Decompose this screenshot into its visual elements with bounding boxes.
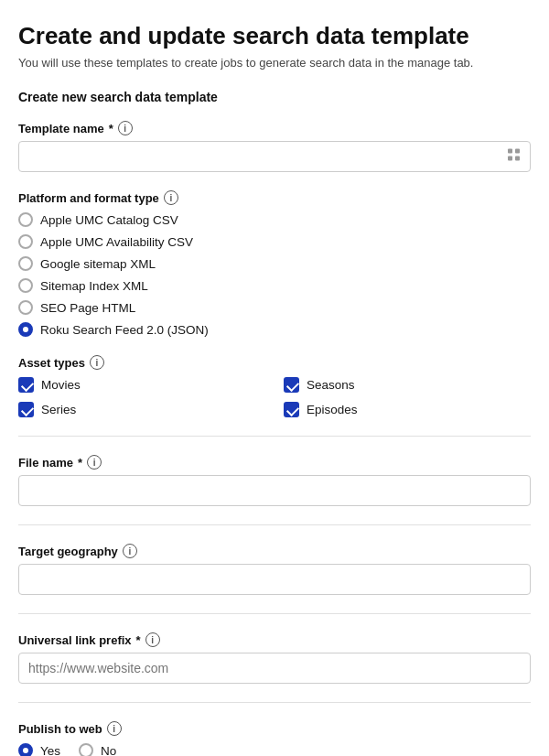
- publish-to-web-label: Publish to web i: [18, 721, 531, 736]
- asset-type-movies-checkbox[interactable]: [18, 377, 34, 393]
- asset-types-label: Asset types i: [18, 355, 531, 370]
- platform-radio-seo-page[interactable]: [18, 300, 33, 315]
- page-subtitle: You will use these templates to create j…: [18, 56, 531, 70]
- platform-option-sitemap-index[interactable]: Sitemap Index XML: [18, 278, 531, 293]
- asset-type-episodes[interactable]: Episodes: [284, 402, 531, 417]
- template-name-grid-icon: [507, 148, 522, 166]
- svg-rect-3: [515, 157, 520, 161]
- platform-option-roku-search[interactable]: Roku Search Feed 2.0 (JSON): [18, 322, 531, 337]
- platform-radio-apple-umc-csv[interactable]: [18, 212, 33, 227]
- platform-field: Platform and format type i Apple UMC Cat…: [18, 190, 531, 337]
- svg-rect-2: [508, 157, 512, 161]
- platform-option-apple-umc-avail[interactable]: Apple UMC Availability CSV: [18, 234, 531, 249]
- asset-type-episodes-checkbox[interactable]: [284, 402, 299, 417]
- universal-link-prefix-input[interactable]: [18, 653, 531, 684]
- universal-link-prefix-info-icon[interactable]: i: [145, 632, 160, 647]
- platform-info-icon[interactable]: i: [164, 190, 178, 205]
- platform-radio-roku-search[interactable]: [18, 322, 33, 337]
- platform-radio-apple-umc-avail[interactable]: [18, 234, 33, 249]
- asset-type-series[interactable]: Series: [18, 402, 265, 417]
- publish-option-yes[interactable]: Yes: [18, 743, 60, 756]
- template-name-field: Template name * i: [18, 121, 531, 172]
- svg-rect-1: [515, 149, 520, 154]
- asset-types-grid: Movies Seasons Series Episodes: [18, 377, 531, 417]
- asset-types-info-icon[interactable]: i: [90, 355, 104, 370]
- file-name-info-icon[interactable]: i: [87, 455, 102, 470]
- platform-radio-sitemap-index[interactable]: [18, 278, 33, 293]
- asset-type-seasons-checkbox[interactable]: [284, 377, 299, 393]
- platform-options: Apple UMC Catalog CSV Apple UMC Availabi…: [18, 212, 531, 337]
- template-name-label: Template name * i: [18, 121, 531, 135]
- platform-radio-google-sitemap[interactable]: [18, 256, 33, 271]
- divider-1: [18, 436, 531, 437]
- page-title: Create and update search data template: [18, 22, 531, 50]
- target-geography-label: Target geography i: [18, 544, 531, 558]
- asset-type-series-checkbox[interactable]: [18, 402, 34, 417]
- platform-label: Platform and format type i: [18, 190, 531, 205]
- file-name-input[interactable]: [18, 475, 531, 506]
- publish-radio-yes[interactable]: [18, 743, 33, 756]
- svg-rect-0: [508, 149, 512, 154]
- asset-types-field: Asset types i Movies Seasons Series Epis…: [18, 355, 531, 417]
- asset-type-seasons[interactable]: Seasons: [284, 377, 531, 393]
- universal-link-prefix-field: Universal link prefix * i: [18, 632, 531, 684]
- asset-type-movies[interactable]: Movies: [18, 377, 265, 393]
- universal-link-prefix-label: Universal link prefix * i: [18, 632, 531, 647]
- section-title: Create new search data template: [18, 90, 531, 104]
- platform-option-apple-umc-csv[interactable]: Apple UMC Catalog CSV: [18, 212, 531, 227]
- platform-option-seo-page[interactable]: SEO Page HTML: [18, 300, 531, 315]
- template-name-input-wrapper: [18, 141, 531, 172]
- template-name-info-icon[interactable]: i: [118, 121, 133, 135]
- divider-4: [18, 702, 531, 703]
- publish-options: Yes No: [18, 743, 531, 756]
- target-geography-input[interactable]: [18, 564, 531, 595]
- publish-radio-no[interactable]: [79, 743, 93, 756]
- divider-2: [18, 524, 531, 525]
- publish-to-web-field: Publish to web i Yes No: [18, 721, 531, 756]
- platform-option-google-sitemap[interactable]: Google sitemap XML: [18, 256, 531, 271]
- target-geography-field: Target geography i: [18, 544, 531, 595]
- target-geography-info-icon[interactable]: i: [123, 544, 137, 558]
- publish-option-no[interactable]: No: [79, 743, 116, 756]
- template-name-input[interactable]: [18, 141, 531, 172]
- file-name-label: File name * i: [18, 455, 531, 470]
- divider-3: [18, 613, 531, 614]
- file-name-field: File name * i: [18, 455, 531, 506]
- publish-to-web-info-icon[interactable]: i: [107, 721, 122, 736]
